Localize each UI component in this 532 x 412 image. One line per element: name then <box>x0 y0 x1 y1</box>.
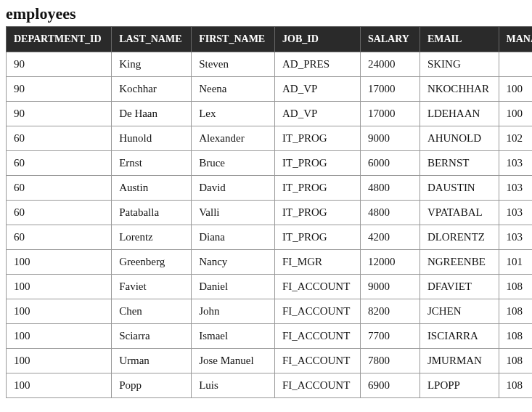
cell-job-id: FI_ACCOUNT <box>275 299 361 324</box>
cell-salary: 7800 <box>360 349 420 373</box>
cell-email: NGREENBE <box>420 250 499 275</box>
cell-last-name: Lorentz <box>112 225 192 250</box>
cell-job-id: FI_ACCOUNT <box>275 275 361 299</box>
cell-email: BERNST <box>420 151 499 176</box>
cell-department-id: 100 <box>7 373 112 398</box>
cell-job-id: IT_PROG <box>275 151 361 176</box>
table-row[interactable]: 100UrmanJose ManuelFI_ACCOUNT7800JMURMAN… <box>7 349 533 373</box>
cell-manager-id: 103 <box>499 176 532 201</box>
cell-salary: 9000 <box>360 126 420 151</box>
cell-email: DLORENTZ <box>420 225 499 250</box>
column-header-department-id[interactable]: DEPARTMENT_ID <box>7 27 112 52</box>
cell-first-name: Luis <box>192 373 275 398</box>
cell-job-id: FI_ACCOUNT <box>275 373 361 398</box>
column-header-manager-id[interactable]: MANAGER_ID <box>499 27 532 52</box>
column-header-salary[interactable]: SALARY <box>360 27 420 52</box>
cell-department-id: 60 <box>7 201 112 225</box>
cell-job-id: FI_MGR <box>275 250 361 275</box>
cell-email: LPOPP <box>420 373 499 398</box>
cell-last-name: Chen <box>112 299 192 324</box>
cell-last-name: Urman <box>112 349 192 373</box>
table-row[interactable]: 90KochharNeenaAD_VP17000NKOCHHAR100 <box>7 77 533 102</box>
table-row[interactable]: 60PataballaValliIT_PROG4800VPATABAL103 <box>7 201 533 225</box>
cell-salary: 4800 <box>360 176 420 201</box>
cell-salary: 6900 <box>360 373 420 398</box>
cell-first-name: Diana <box>192 225 275 250</box>
column-header-email[interactable]: EMAIL <box>420 27 499 52</box>
table-row[interactable]: 100GreenbergNancyFI_MGR12000NGREENBE101 <box>7 250 533 275</box>
cell-manager-id: 108 <box>499 349 532 373</box>
cell-last-name: Faviet <box>112 275 192 299</box>
table-row[interactable]: 90De HaanLexAD_VP17000LDEHAAN100 <box>7 102 533 126</box>
cell-last-name: Popp <box>112 373 192 398</box>
cell-first-name: Alexander <box>192 126 275 151</box>
cell-manager-id: 108 <box>499 299 532 324</box>
cell-department-id: 60 <box>7 176 112 201</box>
cell-department-id: 100 <box>7 250 112 275</box>
table-row[interactable]: 100SciarraIsmaelFI_ACCOUNT7700ISCIARRA10… <box>7 324 533 349</box>
cell-manager-id: 100 <box>499 77 532 102</box>
cell-email: NKOCHHAR <box>420 77 499 102</box>
cell-last-name: Sciarra <box>112 324 192 349</box>
cell-manager-id: 108 <box>499 373 532 398</box>
cell-department-id: 100 <box>7 275 112 299</box>
cell-last-name: Pataballa <box>112 201 192 225</box>
table-head: DEPARTMENT_IDLAST_NAMEFIRST_NAMEJOB_IDSA… <box>7 27 533 52</box>
cell-salary: 6000 <box>360 151 420 176</box>
column-header-last-name[interactable]: LAST_NAME <box>112 27 192 52</box>
cell-manager-id: 100 <box>499 102 532 126</box>
employees-table: DEPARTMENT_IDLAST_NAMEFIRST_NAMEJOB_IDSA… <box>6 26 532 398</box>
cell-email: SKING <box>420 52 499 77</box>
table-body: 90KingStevenAD_PRES24000SKING90KochharNe… <box>7 52 533 398</box>
column-header-first-name[interactable]: FIRST_NAME <box>192 27 275 52</box>
cell-last-name: Kochhar <box>112 77 192 102</box>
cell-manager-id: 103 <box>499 151 532 176</box>
table-row[interactable]: 60HunoldAlexanderIT_PROG9000AHUNOLD102 <box>7 126 533 151</box>
cell-manager-id: 108 <box>499 324 532 349</box>
cell-department-id: 100 <box>7 349 112 373</box>
cell-manager-id: 101 <box>499 250 532 275</box>
cell-last-name: Austin <box>112 176 192 201</box>
table-row[interactable]: 90KingStevenAD_PRES24000SKING <box>7 52 533 77</box>
cell-email: VPATABAL <box>420 201 499 225</box>
cell-salary: 4200 <box>360 225 420 250</box>
cell-email: AHUNOLD <box>420 126 499 151</box>
cell-salary: 7700 <box>360 324 420 349</box>
cell-first-name: Jose Manuel <box>192 349 275 373</box>
cell-job-id: FI_ACCOUNT <box>275 349 361 373</box>
header-row: DEPARTMENT_IDLAST_NAMEFIRST_NAMEJOB_IDSA… <box>7 27 533 52</box>
cell-manager-id: 108 <box>499 275 532 299</box>
cell-manager-id: 103 <box>499 225 532 250</box>
table-row[interactable]: 100FavietDanielFI_ACCOUNT9000DFAVIET108 <box>7 275 533 299</box>
cell-first-name: David <box>192 176 275 201</box>
cell-first-name: Nancy <box>192 250 275 275</box>
cell-first-name: Daniel <box>192 275 275 299</box>
cell-salary: 24000 <box>360 52 420 77</box>
cell-department-id: 100 <box>7 324 112 349</box>
cell-email: DFAVIET <box>420 275 499 299</box>
cell-email: DAUSTIN <box>420 176 499 201</box>
table-row[interactable]: 60ErnstBruceIT_PROG6000BERNST103 <box>7 151 533 176</box>
cell-department-id: 90 <box>7 52 112 77</box>
table-row[interactable]: 100PoppLuisFI_ACCOUNT6900LPOPP108 <box>7 373 533 398</box>
cell-salary: 17000 <box>360 102 420 126</box>
scroll-viewport[interactable]: employees DEPARTMENT_IDLAST_NAMEFIRST_NA… <box>0 0 532 412</box>
cell-job-id: FI_ACCOUNT <box>275 324 361 349</box>
table-row[interactable]: 60LorentzDianaIT_PROG4200DLORENTZ103 <box>7 225 533 250</box>
cell-department-id: 90 <box>7 77 112 102</box>
cell-salary: 17000 <box>360 77 420 102</box>
cell-first-name: Valli <box>192 201 275 225</box>
cell-job-id: IT_PROG <box>275 225 361 250</box>
column-header-job-id[interactable]: JOB_ID <box>275 27 361 52</box>
cell-first-name: Ismael <box>192 324 275 349</box>
cell-last-name: De Haan <box>112 102 192 126</box>
cell-email: JMURMAN <box>420 349 499 373</box>
cell-email: LDEHAAN <box>420 102 499 126</box>
cell-last-name: Ernst <box>112 151 192 176</box>
cell-job-id: IT_PROG <box>275 201 361 225</box>
cell-email: ISCIARRA <box>420 324 499 349</box>
table-row[interactable]: 60AustinDavidIT_PROG4800DAUSTIN103 <box>7 176 533 201</box>
table-row[interactable]: 100ChenJohnFI_ACCOUNT8200JCHEN108 <box>7 299 533 324</box>
cell-job-id: AD_VP <box>275 77 361 102</box>
cell-job-id: AD_PRES <box>275 52 361 77</box>
